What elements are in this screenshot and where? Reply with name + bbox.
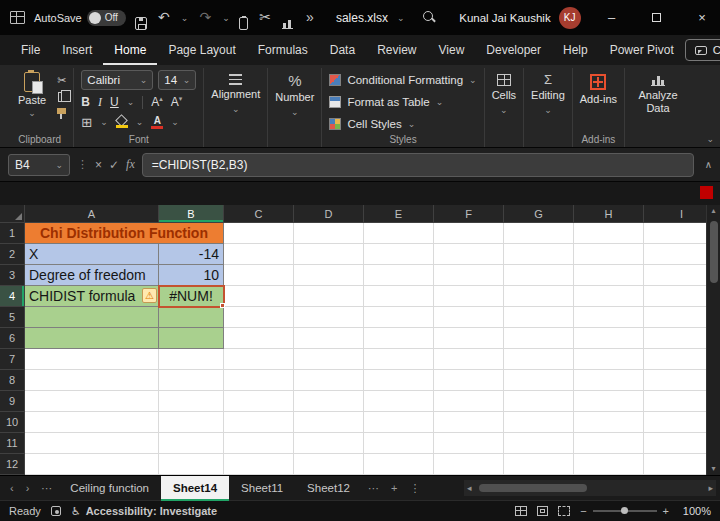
sheet-list-icon[interactable]: ⋯ bbox=[35, 482, 58, 495]
sheet-tab-sheet12[interactable]: Sheet12 bbox=[295, 476, 362, 501]
tab-data[interactable]: Data bbox=[319, 35, 366, 65]
cut-icon[interactable]: ✂ bbox=[257, 0, 273, 35]
cell-H2[interactable] bbox=[574, 244, 644, 265]
zoom-level[interactable]: 100% bbox=[679, 505, 711, 517]
cell-G11[interactable] bbox=[504, 433, 574, 454]
error-options-warning-icon[interactable]: ⚠ bbox=[142, 288, 157, 303]
addins-button[interactable]: Add-ins bbox=[580, 70, 617, 106]
autosave-control[interactable]: AutoSave Off bbox=[34, 10, 126, 26]
page-layout-view-icon[interactable] bbox=[537, 506, 548, 516]
cell-E2[interactable] bbox=[364, 244, 434, 265]
alignment-button[interactable]: Alignment ⌄ bbox=[211, 70, 260, 114]
document-title[interactable]: sales.xlsx bbox=[336, 11, 388, 25]
cell-G9[interactable] bbox=[504, 391, 574, 412]
more-sheets-icon[interactable]: ⋯ bbox=[362, 482, 385, 495]
cell-B8[interactable] bbox=[159, 370, 224, 391]
tab-formulas[interactable]: Formulas bbox=[247, 35, 319, 65]
row-header-1[interactable]: 1 bbox=[0, 223, 25, 244]
new-sheet-button[interactable]: + bbox=[385, 482, 403, 494]
cell-A9[interactable] bbox=[25, 391, 159, 412]
cells-button[interactable]: Cells ⌄ bbox=[492, 70, 516, 115]
sheet-nav-left-icon[interactable]: ‹ bbox=[4, 482, 20, 494]
cell-D9[interactable] bbox=[294, 391, 364, 412]
format-as-table-button[interactable]: Format as Table ⌄ bbox=[329, 92, 443, 112]
column-header-C[interactable]: C bbox=[224, 205, 294, 223]
cell-G4[interactable] bbox=[504, 286, 574, 307]
maximize-button[interactable] bbox=[639, 0, 675, 35]
cell-A1-merged[interactable]: Chi Distribution Function bbox=[25, 223, 224, 244]
cell-C10[interactable] bbox=[224, 412, 294, 433]
tab-options-icon[interactable]: ⋮ bbox=[403, 482, 426, 495]
cell-C7[interactable] bbox=[224, 349, 294, 370]
vertical-scroll-thumb[interactable] bbox=[710, 221, 718, 283]
cell-D2[interactable] bbox=[294, 244, 364, 265]
vertical-scrollbar[interactable]: ▴ ▾ bbox=[706, 205, 720, 475]
zoom-knob[interactable] bbox=[621, 507, 628, 514]
tab-insert[interactable]: Insert bbox=[51, 35, 103, 65]
cell-F8[interactable] bbox=[434, 370, 504, 391]
conditional-formatting-button[interactable]: Conditional Formatting ⌄ bbox=[329, 70, 476, 90]
tab-review[interactable]: Review bbox=[366, 35, 427, 65]
undo-chevron-icon[interactable]: ⌄ bbox=[181, 13, 189, 23]
zoom-in-icon[interactable]: + bbox=[663, 505, 669, 517]
formula-input[interactable]: =CHIDIST(B2,B3) bbox=[142, 153, 694, 177]
cell-E4[interactable] bbox=[364, 286, 434, 307]
font-size-select[interactable]: 14 ⌄ bbox=[158, 70, 196, 90]
borders-chevron-icon[interactable]: ⌄ bbox=[100, 117, 108, 127]
underline-button[interactable]: U bbox=[110, 95, 119, 109]
font-color-icon[interactable]: A bbox=[151, 116, 163, 129]
sheet-tab-sheet14[interactable]: Sheet14 bbox=[161, 476, 229, 501]
zoom-track[interactable] bbox=[593, 510, 657, 512]
cell-B9[interactable] bbox=[159, 391, 224, 412]
horizontal-scroll-track[interactable] bbox=[475, 483, 706, 493]
search-icon[interactable] bbox=[423, 11, 435, 24]
row-header-3[interactable]: 3 bbox=[0, 265, 25, 286]
cell-D6[interactable] bbox=[294, 328, 364, 349]
cell-D7[interactable] bbox=[294, 349, 364, 370]
cell-D1[interactable] bbox=[294, 223, 364, 244]
cell-A5[interactable] bbox=[25, 307, 159, 328]
italic-button[interactable]: I bbox=[98, 95, 102, 110]
fill-color-icon[interactable] bbox=[116, 116, 128, 128]
cell-styles-button[interactable]: Cell Styles ⌄ bbox=[329, 114, 415, 134]
cell-A6[interactable] bbox=[25, 328, 159, 349]
cell-C9[interactable] bbox=[224, 391, 294, 412]
cell-F9[interactable] bbox=[434, 391, 504, 412]
cell-E1[interactable] bbox=[364, 223, 434, 244]
tab-help[interactable]: Help bbox=[552, 35, 599, 65]
ribbon-options-chevron-icon[interactable]: ⌄ bbox=[706, 134, 714, 144]
scroll-left-icon[interactable]: ◂ bbox=[467, 483, 472, 493]
cell-D11[interactable] bbox=[294, 433, 364, 454]
user-account[interactable]: Kunal Jai Kaushik KJ bbox=[459, 7, 580, 29]
cell-C5[interactable] bbox=[224, 307, 294, 328]
cell-B5[interactable] bbox=[159, 307, 224, 328]
column-header-F[interactable]: F bbox=[434, 205, 504, 223]
normal-view-icon[interactable] bbox=[515, 506, 527, 516]
select-all-button[interactable] bbox=[0, 205, 25, 223]
paste-button[interactable]: Paste ⌄ bbox=[13, 70, 51, 120]
cell-B4[interactable]: #NUM! bbox=[159, 286, 224, 307]
cell-F3[interactable] bbox=[434, 265, 504, 286]
undo-icon[interactable]: ↶ bbox=[156, 0, 172, 35]
cell-F1[interactable] bbox=[434, 223, 504, 244]
sheet-tab-ceiling-function[interactable]: Ceiling function bbox=[58, 476, 161, 501]
cell-H7[interactable] bbox=[574, 349, 644, 370]
insert-function-icon[interactable]: fx bbox=[126, 157, 135, 172]
row-header-6[interactable]: 6 bbox=[0, 328, 25, 349]
cell-G1[interactable] bbox=[504, 223, 574, 244]
cell-A8[interactable] bbox=[25, 370, 159, 391]
number-button[interactable]: % Number ⌄ bbox=[275, 70, 314, 117]
cell-C1[interactable] bbox=[224, 223, 294, 244]
cell-B10[interactable] bbox=[159, 412, 224, 433]
cell-D10[interactable] bbox=[294, 412, 364, 433]
cell-G3[interactable] bbox=[504, 265, 574, 286]
cell-C6[interactable] bbox=[224, 328, 294, 349]
cell-C2[interactable] bbox=[224, 244, 294, 265]
horizontal-scrollbar[interactable]: ◂ ▸ bbox=[464, 480, 716, 496]
column-header-A[interactable]: A bbox=[25, 205, 159, 223]
cell-C3[interactable] bbox=[224, 265, 294, 286]
increase-font-icon[interactable]: A▴ bbox=[151, 95, 163, 109]
cell-A4[interactable]: CHIDIST formula⚠ bbox=[25, 286, 159, 307]
cell-F10[interactable] bbox=[434, 412, 504, 433]
cell-D5[interactable] bbox=[294, 307, 364, 328]
